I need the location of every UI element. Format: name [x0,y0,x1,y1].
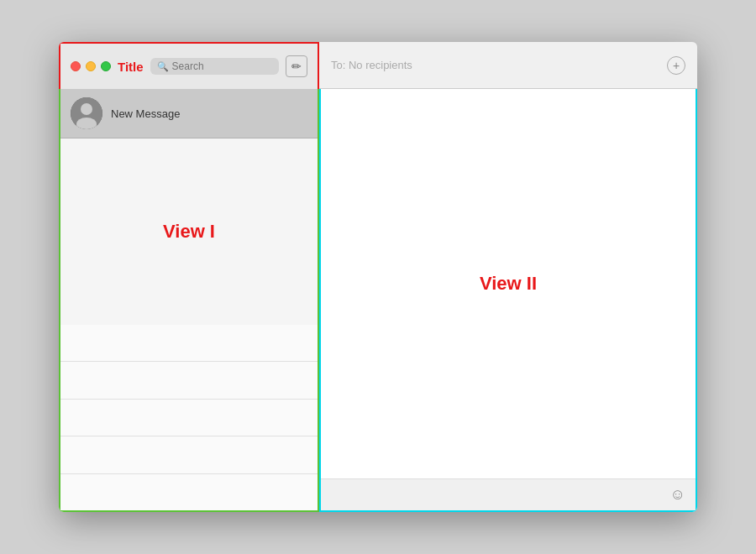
app-window: Title 🔍 ✏ To: No recipients + [59,42,697,512]
search-icon: 🔍 [157,61,169,72]
maximize-button[interactable] [101,61,111,71]
right-footer: ☺ [321,478,696,510]
titlebar: Title 🔍 ✏ To: No recipients + [59,42,697,89]
view-ii-content: View II [321,89,696,478]
add-recipient-button[interactable]: + [667,56,685,75]
to-label: To: No recipients [331,59,412,71]
minimize-button[interactable] [86,61,96,71]
view-i-label: View I [163,221,215,243]
new-message-label: New Message [111,107,180,120]
window-title: Title [118,60,144,74]
titlebar-right: To: No recipients + [319,42,697,89]
list-rows [60,325,318,511]
left-panel: New Message View I [59,89,319,512]
compose-icon: ✏ [291,60,302,73]
view-ii-label: View II [480,273,537,295]
list-item [60,474,318,511]
right-panel: View II ☺ [319,89,697,512]
search-bar: 🔍 [150,58,279,75]
close-button[interactable] [71,61,81,71]
traffic-lights [71,61,111,71]
emoji-button[interactable]: ☺ [670,486,685,504]
list-item [60,325,318,363]
titlebar-left: Title 🔍 ✏ [59,42,319,89]
main-content: New Message View I View II ☺ [59,89,697,512]
compose-button[interactable]: ✏ [286,55,307,77]
plus-icon: + [673,59,680,72]
message-item[interactable]: New Message [60,89,318,138]
svg-point-1 [81,103,92,115]
search-input[interactable] [172,60,272,72]
list-item [60,400,318,437]
list-item [60,436,318,474]
avatar [71,97,102,129]
view-i-area: View I [60,138,318,325]
list-item [60,362,318,400]
